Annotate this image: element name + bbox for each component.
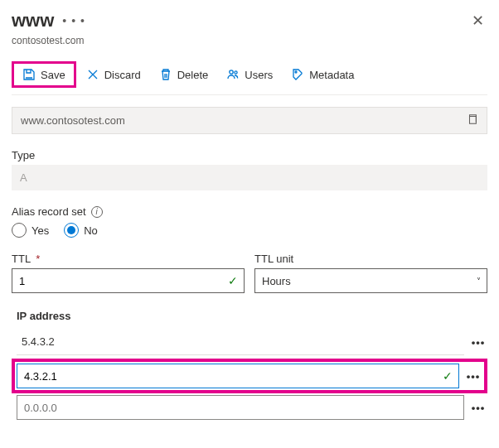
ip-value[interactable]: 5.4.3.2	[17, 329, 464, 355]
save-button[interactable]: Save	[12, 61, 76, 88]
ttl-input[interactable]	[12, 268, 245, 293]
check-icon: ✓	[443, 369, 453, 383]
alias-radio-group: Yes No	[12, 223, 487, 238]
breadcrumb: contosotest.com	[12, 35, 487, 46]
title-more-icon[interactable]: • • •	[62, 14, 85, 27]
fqdn-text: www.contosotest.com	[21, 114, 125, 127]
svg-point-2	[295, 71, 297, 73]
ip-row-new: •••	[12, 395, 487, 420]
delete-button[interactable]: Delete	[151, 64, 217, 85]
row-menu-icon[interactable]: •••	[469, 336, 487, 349]
page-title: www	[12, 10, 54, 31]
discard-label: Discard	[104, 69, 141, 81]
save-label: Save	[41, 69, 65, 81]
ttl-unit-label: TTL unit	[254, 253, 487, 265]
ip-new-input[interactable]	[17, 395, 464, 420]
ip-row-editing: ✓ •••	[17, 364, 482, 388]
ttl-unit-select[interactable]: Hours	[254, 268, 487, 293]
users-button[interactable]: Users	[218, 64, 281, 85]
type-value: A	[12, 165, 487, 190]
close-icon[interactable]: ✕	[468, 8, 487, 33]
row-menu-icon[interactable]: •••	[469, 402, 487, 414]
discard-icon	[86, 68, 99, 81]
alias-radio-yes[interactable]: Yes	[12, 223, 49, 238]
chevron-down-icon: ˅	[477, 277, 481, 286]
svg-point-1	[235, 71, 237, 74]
metadata-icon	[291, 68, 304, 81]
save-icon	[22, 68, 36, 81]
metadata-label: Metadata	[309, 69, 354, 81]
ip-input[interactable]	[17, 364, 459, 388]
alias-label: Alias record set i	[12, 205, 487, 218]
metadata-button[interactable]: Metadata	[283, 64, 362, 85]
check-icon: ✓	[228, 274, 238, 287]
discard-button[interactable]: Discard	[78, 64, 149, 85]
delete-label: Delete	[177, 69, 209, 81]
ttl-label: TTL*	[12, 253, 245, 265]
delete-icon	[159, 68, 172, 81]
radio-yes-label: Yes	[31, 224, 49, 237]
ip-row: 5.4.3.2 •••	[12, 329, 487, 355]
toolbar: Save Discard Delete Users Metadata	[12, 58, 487, 95]
type-label: Type	[12, 149, 487, 161]
row-menu-icon[interactable]: •••	[464, 370, 482, 383]
users-icon	[226, 68, 240, 81]
ip-section-label: IP address	[17, 310, 487, 322]
copy-icon[interactable]	[467, 113, 478, 128]
alias-radio-no[interactable]: No	[64, 223, 98, 238]
fqdn-display: www.contosotest.com	[12, 107, 487, 134]
svg-point-0	[230, 70, 233, 74]
info-icon[interactable]: i	[91, 206, 103, 218]
users-label: Users	[245, 69, 273, 81]
svg-rect-3	[470, 117, 477, 124]
radio-no-label: No	[84, 224, 98, 237]
